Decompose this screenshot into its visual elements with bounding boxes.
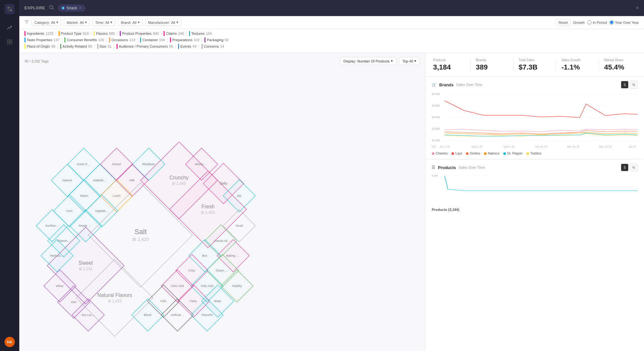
brand-value: All (133, 21, 137, 24)
tag-count: 585 (109, 32, 115, 35)
tag-dot (97, 44, 98, 49)
diamond-node[interactable]: Dip (228, 184, 251, 207)
tag-dot (178, 44, 179, 49)
svg-text:Jan 27, 21: Jan 27, 21 (628, 145, 638, 148)
tag-item[interactable]: Preparations 102 (170, 37, 200, 43)
tag-item[interactable]: Concerns 14 (202, 44, 224, 49)
active-tag-chip[interactable]: Snack × (58, 5, 85, 12)
tag-item[interactable]: Textures 154 (189, 31, 212, 36)
diamond-node[interactable]: Artificial F... (166, 303, 189, 327)
sales-growth-value: -1.1% (561, 63, 593, 71)
diamond-label: Wheat Flo... (194, 161, 210, 167)
tag-dot (189, 31, 190, 36)
svg-text:Jul 1, 20: Jul 1, 20 (440, 145, 450, 148)
products-chart-pct-btn[interactable]: % (630, 164, 638, 171)
diamond-node[interactable]: Wheat Flo... (190, 153, 213, 176)
tag-dot (117, 44, 118, 49)
diamond-label: Baking So... (225, 253, 241, 259)
svg-rect-3 (10, 9, 12, 11)
diamond-node[interactable]: Ready Eat ... (74, 214, 97, 237)
market-filter[interactable]: Market: All ▾ (64, 19, 90, 26)
products-chart-header: ☰ Products Sales Over Time S % (432, 164, 638, 171)
viz-count: 40 / 3,292 Tags (24, 59, 49, 63)
diamond-node[interactable]: Reduced Ir... (45, 244, 69, 267)
user-avatar[interactable]: HA (5, 337, 15, 347)
brands-chart-subtitle: Sales Over Time (456, 83, 482, 87)
tag-chip-close[interactable]: × (79, 6, 81, 10)
tag-item[interactable]: Packaging 92 (204, 37, 229, 43)
tag-item[interactable]: Claims 246 (164, 31, 184, 36)
tag-item[interactable]: Container 104 (140, 37, 165, 43)
legend-item: Nabisco (484, 152, 499, 155)
filter-icon[interactable] (24, 20, 29, 25)
category-filter[interactable]: Category: All ▾ (32, 19, 61, 26)
market-value: All (80, 21, 84, 24)
viz-controls: Display: Number Of Products ▾ Top 40 ▾ (340, 57, 420, 65)
tag-count: 400 (153, 32, 158, 35)
diamond-label: Gluten Free (214, 268, 231, 274)
diamond-node[interactable]: Flavorful (195, 303, 219, 327)
brands-chart-icon: 🛒 (432, 82, 437, 87)
category-value: All (51, 21, 55, 24)
search-button[interactable] (49, 5, 54, 11)
tag-name: Taste Properties (27, 38, 52, 42)
display-label: Display: (344, 59, 356, 63)
brand-chevron: ▾ (138, 20, 140, 24)
manufacturer-value: All (171, 21, 175, 24)
year-over-year-option[interactable]: Year Over Year (610, 20, 639, 24)
display-select[interactable]: Display: Number Of Products ▾ (340, 57, 396, 65)
time-filter[interactable]: Time: All ▾ (92, 19, 115, 26)
sidebar-icon-grid[interactable] (4, 36, 15, 48)
tag-item[interactable]: Activity Related 65 (60, 44, 92, 49)
svg-rect-7 (7, 42, 9, 44)
time-label: Time: (95, 21, 104, 24)
legend-item: Cheetos (432, 152, 448, 155)
manufacturer-filter[interactable]: Manufacturer: All ▾ (145, 19, 181, 26)
tag-item[interactable]: Consumer Benefits 125 (64, 37, 104, 43)
brands-chart-pct-btn[interactable]: % (630, 81, 638, 89)
sidebar-logo[interactable] (5, 4, 15, 14)
viz-header: 40 / 3,292 Tags Display: Number Of Produ… (24, 57, 420, 65)
tag-item[interactable]: Flavors 585 (94, 31, 115, 36)
content-area: 40 / 3,292 Tags Display: Number Of Produ… (19, 53, 644, 351)
sidebar-icon-chart[interactable] (4, 22, 15, 33)
in-period-label: In Period (593, 21, 607, 24)
tag-name: Claims (166, 32, 177, 35)
diamond-label: Corn (65, 208, 74, 214)
tag-item[interactable]: Taste Properties 137 (24, 37, 60, 43)
top-value: Top 40 (402, 59, 413, 63)
diamond-label: School (111, 161, 122, 167)
tag-count: 65 (88, 44, 92, 48)
in-period-option[interactable]: In Period (587, 20, 607, 24)
tag-count: 137 (53, 38, 59, 42)
diamond-label: Onion Po... (76, 161, 92, 167)
tag-item[interactable]: Place of Origin 69 (24, 44, 55, 49)
tag-name: Flavors (96, 32, 108, 35)
tag-item[interactable]: Events 44 (178, 44, 196, 49)
tag-item[interactable]: Ingredients 1223 (24, 31, 53, 36)
tag-item[interactable]: Product Properties 400 (120, 31, 158, 36)
topbar-close[interactable]: × (636, 5, 639, 11)
tag-name: Preparations (172, 38, 192, 42)
diamond-node[interactable]: Blend (136, 303, 159, 327)
brands-chart-s-btn[interactable]: S (621, 81, 629, 89)
diamond-canvas: Salt ⊞ 2,420 Crunchy ⊞ 1,545 Sweet ⊞ 1,2… (24, 71, 256, 264)
diamond-node[interactable]: Soy Lecithin (77, 303, 100, 327)
svg-rect-6 (10, 40, 12, 42)
tag-item[interactable]: Size 61 (97, 44, 112, 49)
products-chart-s-btn[interactable]: S (621, 164, 629, 171)
tag-item[interactable]: Product Type 619 (59, 31, 89, 36)
tag-item[interactable]: Audience / Primary Consumers 56 (117, 44, 173, 49)
svg-text:20.0M: 20.0M (432, 127, 440, 130)
legend-dot (526, 152, 529, 155)
growth-options: Growth In Period Year Over Year (573, 20, 639, 24)
products-chart-actions: S % (621, 164, 638, 171)
reset-button[interactable]: Reset (556, 19, 571, 26)
market-share-label: Market Share (604, 58, 636, 62)
brand-filter[interactable]: Brand: All ▾ (118, 19, 143, 26)
products-chart-icon: ☰ (432, 165, 435, 170)
tag-item[interactable]: Occasions 113 (109, 37, 135, 43)
top-select[interactable]: Top 40 ▾ (399, 57, 420, 65)
svg-text:30.0M: 30.0M (432, 116, 440, 119)
tag-count: 14 (220, 44, 224, 48)
